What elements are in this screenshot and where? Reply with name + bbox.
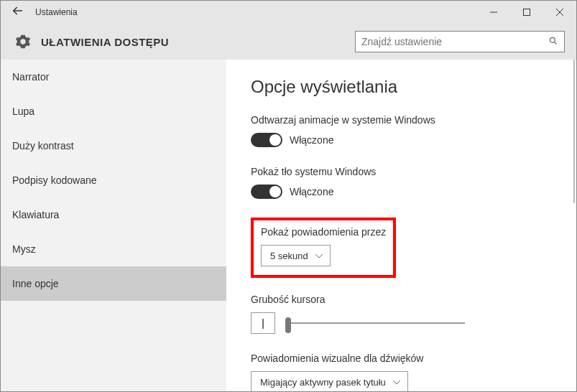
setting-label: Pokaż powiadomienia przez bbox=[261, 226, 386, 238]
back-button[interactable] bbox=[1, 4, 35, 21]
dropdown-value: Migający aktywny pasek tytułu bbox=[260, 377, 386, 388]
sidebar-item-magnifier[interactable]: Lupa bbox=[1, 94, 226, 129]
cursor-preview: | bbox=[251, 312, 275, 334]
chevron-down-icon bbox=[393, 378, 400, 386]
window-controls bbox=[477, 1, 576, 24]
main-panel: Opcje wyświetlania Odtwarzaj animacje w … bbox=[226, 60, 576, 392]
minimize-icon bbox=[490, 9, 497, 16]
setting-label: Pokaż tło systemu Windows bbox=[251, 166, 562, 177]
setting-visualalert: Powiadomienia wizualne dla dźwięków Miga… bbox=[251, 353, 562, 392]
sidebar-item-label: Mysz bbox=[12, 243, 36, 255]
sidebar-item-label: Duży kontrast bbox=[12, 140, 74, 151]
sidebar-item-highcontrast[interactable]: Duży kontrast bbox=[1, 129, 226, 163]
setting-label: Odtwarzaj animacje w systemie Windows bbox=[251, 114, 562, 126]
sidebar-item-mouse[interactable]: Mysz bbox=[1, 232, 226, 266]
sidebar-item-label: Lupa bbox=[12, 106, 34, 117]
notifications-duration-dropdown[interactable]: 5 sekund bbox=[261, 245, 331, 266]
search-box[interactable] bbox=[355, 31, 565, 52]
sidebar-item-label: Podpisy kodowane bbox=[12, 174, 97, 186]
setting-label: Grubość kursora bbox=[251, 294, 562, 305]
search-icon bbox=[548, 36, 558, 48]
header-title: UŁATWIENIA DOSTĘPU bbox=[41, 36, 355, 48]
cursor-thickness-slider[interactable] bbox=[285, 316, 465, 330]
setting-animations: Odtwarzaj animacje w systemie Windows Wł… bbox=[251, 114, 562, 147]
chevron-down-icon bbox=[315, 252, 323, 260]
sidebar-item-narrator[interactable]: Narrator bbox=[1, 60, 226, 94]
header: UŁATWIENIA DOSTĘPU bbox=[1, 24, 576, 60]
sidebar-item-captions[interactable]: Podpisy kodowane bbox=[1, 163, 226, 197]
setting-label: Powiadomienia wizualne dla dźwięków bbox=[251, 353, 562, 364]
svg-rect-1 bbox=[524, 9, 530, 16]
toggle-track bbox=[251, 185, 282, 199]
sidebar-item-other[interactable]: Inne opcje bbox=[1, 266, 226, 301]
sidebar-item-label: Klawiatura bbox=[12, 209, 59, 220]
window-title: Ustawienia bbox=[35, 7, 477, 17]
scrollbar[interactable] bbox=[566, 60, 576, 391]
titlebar: Ustawienia bbox=[1, 1, 576, 24]
toggle-thumb bbox=[269, 186, 281, 197]
highlighted-setting: Pokaż powiadomienia przez 5 sekund bbox=[251, 218, 396, 278]
scrollbar-thumb[interactable] bbox=[573, 60, 575, 203]
background-toggle[interactable]: Włączone bbox=[251, 185, 562, 199]
content: Narrator Lupa Duży kontrast Podpisy kodo… bbox=[1, 60, 576, 392]
sidebar: Narrator Lupa Duży kontrast Podpisy kodo… bbox=[1, 60, 226, 392]
toggle-track bbox=[251, 133, 282, 147]
svg-line-5 bbox=[555, 42, 557, 44]
sidebar-item-label: Narrator bbox=[12, 71, 49, 83]
animations-toggle[interactable]: Włączone bbox=[251, 133, 562, 147]
search-input[interactable] bbox=[361, 36, 548, 47]
toggle-state: Włączone bbox=[290, 134, 333, 146]
setting-background: Pokaż tło systemu Windows Włączone bbox=[251, 166, 562, 199]
maximize-button[interactable] bbox=[510, 1, 543, 24]
slider-track bbox=[285, 322, 465, 324]
toggle-state: Włączone bbox=[290, 186, 333, 197]
toggle-thumb bbox=[269, 134, 281, 146]
maximize-icon bbox=[523, 9, 530, 16]
slider-thumb[interactable] bbox=[285, 317, 291, 333]
setting-cursor: Grubość kursora | bbox=[251, 294, 562, 334]
cursor-row: | bbox=[251, 312, 562, 334]
sidebar-item-keyboard[interactable]: Klawiatura bbox=[1, 197, 226, 232]
svg-point-4 bbox=[550, 37, 555, 42]
minimize-button[interactable] bbox=[477, 1, 510, 24]
arrow-left-icon bbox=[11, 4, 24, 17]
page-title: Opcje wyświetlania bbox=[251, 77, 562, 97]
gear-icon bbox=[15, 34, 31, 50]
dropdown-value: 5 sekund bbox=[270, 251, 308, 261]
sidebar-item-label: Inne opcje bbox=[12, 278, 59, 289]
visualalert-dropdown[interactable]: Migający aktywny pasek tytułu bbox=[251, 371, 408, 392]
close-icon bbox=[556, 9, 563, 16]
close-button[interactable] bbox=[543, 1, 576, 24]
